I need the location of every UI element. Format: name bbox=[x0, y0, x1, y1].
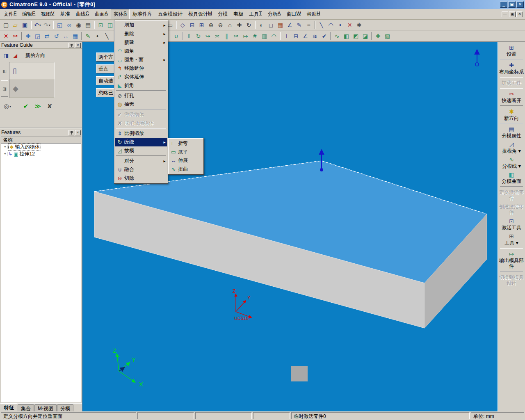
secondary-direction-origin[interactable] bbox=[475, 63, 479, 66]
stretch-icon[interactable]: ↔ bbox=[61, 32, 71, 41]
extend-surface-icon[interactable]: ↦ bbox=[241, 32, 250, 41]
stage-tab-1[interactable]: ◧ bbox=[1, 63, 8, 79]
offset-surface-icon[interactable]: ∥ bbox=[222, 32, 231, 41]
sidebar-button-快速断开[interactable]: ✂快速断开 bbox=[498, 89, 525, 105]
close-icon[interactable]: × bbox=[75, 43, 81, 48]
menu-item-展平[interactable]: ▭展平 bbox=[169, 148, 203, 156]
menu-item-抽壳[interactable]: ◍抽壳 bbox=[115, 100, 167, 109]
array-icon[interactable]: ▦ bbox=[71, 32, 80, 41]
sketch-icon[interactable]: ✎ bbox=[83, 32, 93, 41]
restore-button[interactable]: ▣ bbox=[508, 1, 516, 8]
menu-item-新建[interactable]: 新建▸ bbox=[115, 38, 167, 47]
menu-item-增加[interactable]: 增加▸ bbox=[115, 21, 167, 30]
mirror-icon[interactable]: ⇄ bbox=[42, 32, 52, 41]
arc-tool-icon[interactable]: ◠ bbox=[326, 21, 336, 30]
view-iso-icon[interactable]: ◇ bbox=[178, 21, 187, 30]
revolve-icon[interactable]: ↻ bbox=[194, 32, 203, 41]
filter-edge-icon[interactable]: ◫ bbox=[105, 21, 115, 30]
menu-item-折弯[interactable]: ∟折弯 bbox=[169, 139, 203, 148]
expand-toggle[interactable]: + bbox=[3, 145, 7, 149]
zoom-fit-icon[interactable]: ⌂ bbox=[225, 21, 235, 30]
menu-item-分模[interactable]: 分模 bbox=[215, 9, 231, 19]
layers-icon[interactable]: ▧ bbox=[383, 32, 392, 41]
menu-item-扭曲[interactable]: ∿扭曲 bbox=[169, 165, 203, 173]
menu-item-移除延伸[interactable]: ↰移除延伸 bbox=[115, 64, 167, 73]
parting-line-icon[interactable]: ∿ bbox=[332, 32, 342, 41]
menu-item-分析[interactable]: 分析A bbox=[265, 9, 283, 19]
delete-icon[interactable]: ✕ bbox=[1, 32, 11, 41]
zoom-in-icon[interactable]: ⊕ bbox=[206, 21, 216, 30]
menu-item-比例缩放[interactable]: ⇕比例缩放 bbox=[115, 129, 167, 138]
cavity-icon[interactable]: ◪ bbox=[361, 32, 370, 41]
stitch-icon[interactable]: # bbox=[250, 32, 260, 41]
link-icon[interactable]: ∞ bbox=[64, 21, 74, 30]
view-front-icon[interactable]: ⊞ bbox=[197, 21, 206, 30]
ucs-marker[interactable]: Z Y UCS10 bbox=[233, 288, 251, 321]
rotate-view-icon[interactable]: ↻ bbox=[244, 21, 253, 30]
menu-item-曲线[interactable]: 曲线C bbox=[73, 9, 92, 19]
menu-item-文件[interactable]: 文件F bbox=[1, 9, 19, 19]
pick-slot-body[interactable]: ◆ bbox=[9, 80, 55, 98]
pick-slot-direction[interactable]: ▯ bbox=[9, 62, 55, 80]
sidebar-button-布局坐标系[interactable]: ✚布局坐标系 bbox=[498, 61, 525, 76]
menu-item-帮助[interactable]: 帮助H bbox=[304, 9, 323, 19]
redo-icon[interactable]: ↷▾ bbox=[42, 21, 52, 30]
menu-item-窗口[interactable]: 窗口W bbox=[283, 9, 304, 19]
minimize-button[interactable]: _ bbox=[500, 1, 507, 8]
line-icon[interactable]: ╲ bbox=[102, 32, 112, 41]
thicken-icon[interactable]: ▥ bbox=[260, 32, 269, 41]
zoom-out-icon[interactable]: ⊖ bbox=[216, 21, 225, 30]
menu-item-模具设计[interactable]: 模具设计M bbox=[185, 9, 215, 19]
report-icon[interactable]: ▤ bbox=[83, 21, 93, 30]
guide-direction-icon[interactable]: ◨ bbox=[2, 51, 11, 59]
menu-item-融合[interactable]: ∪融合 bbox=[115, 165, 167, 174]
draft-check-icon[interactable]: ∠ bbox=[301, 32, 310, 41]
menu-item-视图[interactable]: 视图V bbox=[38, 9, 57, 19]
line-tool-icon[interactable]: ╲ bbox=[317, 21, 326, 30]
reflection-icon[interactable]: ≋ bbox=[310, 32, 320, 41]
menu-item-实体[interactable]: 实体S bbox=[111, 9, 130, 19]
preview-options-icon[interactable]: ◎▾ bbox=[2, 102, 12, 111]
expand-toggle[interactable]: + bbox=[3, 152, 7, 156]
workpiece-insert[interactable] bbox=[291, 366, 308, 381]
mdi-restore-button[interactable]: ▣ bbox=[509, 11, 516, 17]
menu-item-拔模[interactable]: ◿拔模 bbox=[115, 146, 167, 155]
close-icon[interactable]: × bbox=[75, 130, 81, 135]
copy-icon[interactable]: ◲ bbox=[33, 32, 42, 41]
cancel-icon[interactable]: ✘ bbox=[45, 102, 55, 111]
save-icon[interactable]: ▣ bbox=[20, 21, 30, 30]
menu-item-斜角[interactable]: ◣斜角 bbox=[115, 81, 167, 90]
stage-tab-2[interactable]: ◨ bbox=[1, 80, 8, 97]
point-tool-icon[interactable]: • bbox=[336, 21, 345, 30]
menu-item-电极[interactable]: 电极 bbox=[231, 9, 246, 19]
feature-tree-item[interactable]: +↳▣拉伸12 bbox=[1, 151, 81, 158]
loft-icon[interactable]: ≍ bbox=[212, 32, 222, 41]
new-file-icon[interactable]: ▢ bbox=[1, 21, 11, 30]
sidebar-button-工具[interactable]: ⊞工具 ▾ bbox=[498, 232, 525, 247]
tree-column-header[interactable]: 名称 bbox=[1, 137, 81, 144]
annotate-icon[interactable]: ✎ bbox=[294, 21, 304, 30]
panel-tab-M-视图[interactable]: M-视图 bbox=[34, 404, 57, 411]
menu-item-缠绕[interactable]: ↻缠绕▸ bbox=[115, 138, 167, 146]
move-icon[interactable]: ✚ bbox=[23, 32, 33, 41]
menu-item-编辑[interactable]: 编辑E bbox=[19, 9, 38, 19]
flip-direction-icon[interactable]: ◢ bbox=[11, 51, 20, 59]
ucs-icon[interactable]: ✚ bbox=[373, 32, 383, 41]
check-icon[interactable]: ✔ bbox=[320, 32, 329, 41]
sidebar-button-分模线[interactable]: ∿分模线 ▾ bbox=[498, 155, 525, 170]
view-top-icon[interactable]: ⊟ bbox=[187, 21, 197, 30]
panel-tab-集合[interactable]: 集合 bbox=[18, 404, 34, 411]
ok-icon[interactable]: ✔ bbox=[21, 102, 31, 111]
mdi-close-button[interactable]: ✕ bbox=[516, 11, 523, 17]
list-icon[interactable]: ≡ bbox=[304, 21, 313, 30]
menu-item-圆角 - 面[interactable]: ◡圆角 - 面▸ bbox=[115, 55, 167, 64]
pin-icon[interactable] bbox=[68, 130, 74, 135]
menu-item-五金模设计[interactable]: 五金模设计 bbox=[155, 9, 185, 19]
menu-item-圆角[interactable]: ◠圆角 bbox=[115, 47, 167, 55]
normal-icon[interactable]: ⊥ bbox=[282, 32, 291, 41]
menu-item-曲面[interactable]: 曲面A bbox=[92, 9, 111, 19]
sweep-icon[interactable]: ↪ bbox=[203, 32, 212, 41]
menu-item-实体延伸[interactable]: ↱实体延伸 bbox=[115, 73, 167, 81]
measure-icon[interactable]: ∠ bbox=[285, 21, 294, 30]
sidebar-button-新方向[interactable]: ✱新方向 bbox=[498, 107, 525, 122]
